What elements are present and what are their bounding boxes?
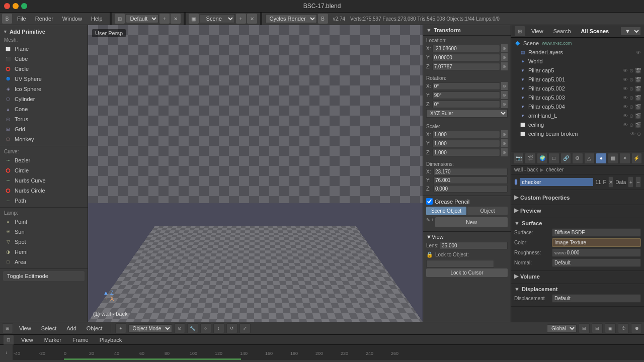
loc-z-btn[interactable]: ⊙	[501, 62, 508, 70]
dim-z-input[interactable]	[433, 185, 508, 193]
lock-cursor-button[interactable]: Lock to Cursor	[426, 268, 508, 277]
mesh-cylinder[interactable]: Cylinder	[0, 94, 88, 104]
record-icon[interactable]: ⏺	[631, 323, 642, 333]
outliner-pillar5-003[interactable]: Pillar cap5.003 👁⊙🎬	[511, 93, 644, 102]
lens-input[interactable]	[440, 242, 508, 249]
layout-select[interactable]: Default	[126, 14, 158, 23]
normal-value[interactable]: Default	[552, 258, 641, 267]
menu-window[interactable]: Window	[58, 15, 86, 23]
sc-x-input[interactable]	[432, 131, 500, 138]
mat-tab[interactable]: Data	[615, 179, 626, 185]
render-preview-icon[interactable]: ▣	[605, 323, 616, 333]
curve-bezier[interactable]: Bezier	[0, 155, 88, 165]
menu-file[interactable]: File	[13, 15, 30, 23]
mat-remove-btn[interactable]: –	[635, 176, 641, 188]
pivot-select[interactable]: Global	[547, 324, 577, 333]
loc-x-btn[interactable]: ⊙	[501, 44, 508, 52]
scene-prop-btn[interactable]: 🎬	[525, 153, 535, 164]
outliner-renderlayers[interactable]: RenderLayers 👁	[511, 48, 644, 57]
sc-z-btn[interactable]: ⊙	[501, 148, 508, 156]
mesh-cone[interactable]: Cone	[0, 104, 88, 114]
curve-circle[interactable]: Circle	[0, 165, 88, 175]
grease-edit-icon[interactable]: ✎	[426, 217, 430, 227]
timeline-type-icon[interactable]: ⊟	[3, 335, 14, 345]
engine-select[interactable]: Cycles Render	[265, 14, 317, 23]
world-prop-btn[interactable]: 🌍	[537, 153, 547, 164]
rot-x-input[interactable]	[432, 82, 500, 90]
snap-to-icon[interactable]: ⊞	[579, 323, 590, 333]
timeline-icon[interactable]: ⏱	[618, 323, 629, 333]
mesh-grid[interactable]: Grid	[0, 124, 88, 134]
view-type-icon[interactable]: ⊞	[115, 14, 125, 24]
transform-pivot-icon[interactable]: ⊙	[174, 323, 185, 333]
scene-dropdown[interactable]: ▼	[620, 27, 641, 36]
engine-type-icon[interactable]: ⊞	[2, 323, 13, 333]
object-prop-btn[interactable]: □	[548, 153, 559, 164]
object-button[interactable]: Object	[467, 207, 508, 215]
timeline-frame-tab[interactable]: Frame	[68, 336, 93, 344]
scene-close-icon[interactable]: ✕	[247, 14, 257, 24]
loc-y-input[interactable]	[432, 54, 500, 61]
displacement-value[interactable]: Default	[552, 294, 641, 303]
view-align-icon[interactable]: ⊟	[592, 323, 603, 333]
mesh-icosphere[interactable]: Ico Sphere	[0, 84, 88, 94]
material-prop-btn[interactable]: ●	[596, 153, 606, 164]
loc-x-input[interactable]	[432, 45, 500, 52]
select-menu-item[interactable]: Select	[37, 324, 61, 332]
loc-y-btn[interactable]: ⊙	[501, 53, 508, 61]
translate-icon[interactable]: ↕	[213, 323, 224, 333]
color-value[interactable]: Image Texture	[552, 238, 641, 247]
loc-z-input[interactable]	[432, 63, 500, 70]
mesh-uvsphere[interactable]: UV Sphere	[0, 74, 88, 84]
mode-icon[interactable]: ●	[115, 323, 126, 333]
physics-prop-btn[interactable]: ⚡	[631, 153, 642, 164]
outliner-world[interactable]: World	[511, 57, 644, 66]
mesh-monkey[interactable]: Monkey	[0, 134, 88, 144]
outliner-ceiling[interactable]: ceiling 👁⊙🎬	[511, 120, 644, 129]
lamp-sun[interactable]: Sun	[0, 227, 88, 237]
proportional-icon[interactable]: ○	[200, 323, 211, 333]
mat-add-btn[interactable]: +	[628, 176, 633, 188]
rot-y-btn[interactable]: ⊙	[501, 91, 508, 99]
outliner-icon-btn[interactable]: ⊞	[514, 26, 525, 37]
lamp-point[interactable]: Point	[0, 217, 88, 227]
mesh-plane[interactable]: Plane	[0, 44, 88, 54]
outliner-scene[interactable]: Scene www.rr-sc.com	[511, 39, 644, 48]
rot-y-input[interactable]	[432, 92, 500, 99]
rot-z-input[interactable]	[432, 101, 500, 108]
outliner-pillar5-001[interactable]: Pillar cap5.001 👁⊙🎬	[511, 75, 644, 84]
surface-header[interactable]: ▼ Surface	[514, 220, 641, 226]
lamp-area[interactable]: Area	[0, 257, 88, 267]
sel-icon[interactable]: ⊙	[629, 68, 633, 73]
scene-button[interactable]: Scene Object	[426, 207, 466, 215]
viewport[interactable]: ▲ Z → X User Persp (1) wall - back	[88, 25, 423, 322]
rotate-icon[interactable]: ↺	[226, 323, 237, 333]
texture-prop-btn[interactable]: ▩	[608, 153, 618, 164]
euler-select[interactable]: XYZ Euler	[426, 109, 508, 118]
dim-x-input[interactable]	[433, 168, 508, 175]
add-primitive-header[interactable]: ▼ Add Primitive	[0, 27, 88, 36]
particles-prop-btn[interactable]: ✦	[619, 153, 630, 164]
timeline-ruler[interactable]: -40 -20 0 20 40 60 80 100 120 140 160 18…	[13, 345, 644, 360]
modifier-prop-btn[interactable]: ⚙	[572, 153, 583, 164]
eye-icon-2[interactable]: 👁	[623, 68, 628, 73]
object-menu-item[interactable]: Object	[83, 324, 107, 332]
surface-value[interactable]: Diffuse BSDF	[552, 228, 641, 237]
new-button[interactable]: New	[435, 217, 508, 227]
add-menu-item[interactable]: Add	[62, 324, 80, 332]
render-icon[interactable]: ▣	[189, 14, 199, 24]
mode-select[interactable]: Object Mode	[128, 324, 172, 333]
snap-icon[interactable]: 🔧	[187, 323, 198, 333]
outliner-armhand[interactable]: armHand_L 👁⊙🎬	[511, 111, 644, 120]
minimize-button[interactable]	[13, 3, 19, 9]
menu-render[interactable]: Render	[31, 15, 57, 23]
lamp-spot[interactable]: Spot	[0, 237, 88, 247]
grease-add-icon[interactable]: +	[431, 217, 434, 227]
curve-path[interactable]: Path	[0, 196, 88, 206]
timeline-view-tab[interactable]: View	[17, 336, 37, 344]
scene-add-icon[interactable]: +	[236, 14, 246, 24]
outliner-pillar5-004[interactable]: Pillar cap5.004 👁⊙🎬	[511, 102, 644, 111]
outliner-pillar5-002[interactable]: Pillar cap5.002 👁⊙🎬	[511, 84, 644, 93]
scale-icon[interactable]: ⤢	[239, 323, 251, 333]
preview-header[interactable]: ▶ Preview	[514, 207, 641, 214]
